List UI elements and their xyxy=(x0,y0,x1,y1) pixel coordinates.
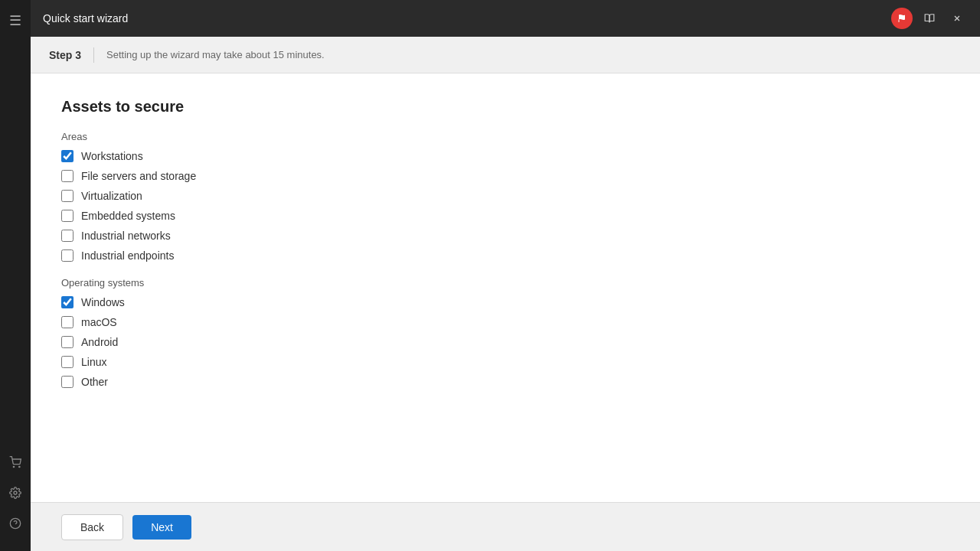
next-button[interactable]: Next xyxy=(132,515,191,540)
label-windows: Windows xyxy=(81,296,125,308)
label-file-servers: File servers and storage xyxy=(81,170,196,182)
checkbox-item-workstations[interactable]: Workstations xyxy=(61,150,949,162)
checkbox-item-linux[interactable]: Linux xyxy=(61,356,949,368)
checkbox-file-servers[interactable] xyxy=(61,170,74,182)
label-embedded-systems: Embedded systems xyxy=(81,210,175,222)
footer: Back Next xyxy=(31,502,980,551)
checkbox-item-virtualization[interactable]: Virtualization xyxy=(61,190,949,202)
checkbox-item-other[interactable]: Other xyxy=(61,376,949,388)
checkbox-industrial-networks[interactable] xyxy=(61,230,74,242)
gear-icon[interactable] xyxy=(6,484,24,502)
label-industrial-endpoints: Industrial endpoints xyxy=(81,249,174,262)
label-industrial-networks: Industrial networks xyxy=(81,230,171,242)
flag-button[interactable] xyxy=(891,8,913,29)
checkbox-industrial-endpoints[interactable] xyxy=(61,249,74,262)
label-linux: Linux xyxy=(81,356,106,368)
checkbox-item-industrial-networks[interactable]: Industrial networks xyxy=(61,230,949,242)
checkbox-item-windows[interactable]: Windows xyxy=(61,296,949,308)
titlebar-title: Quick start wizard xyxy=(43,12,891,24)
os-list: WindowsmacOSAndroidLinuxOther xyxy=(61,296,949,388)
checkbox-item-macos[interactable]: macOS xyxy=(61,316,949,328)
svg-point-0 xyxy=(13,466,14,467)
section-title: Assets to secure xyxy=(61,98,949,116)
label-other: Other xyxy=(81,376,108,388)
areas-list: WorkstationsFile servers and storageVirt… xyxy=(61,150,949,262)
checkbox-workstations[interactable] xyxy=(61,150,74,162)
checkbox-android[interactable] xyxy=(61,336,74,348)
close-button[interactable] xyxy=(946,8,968,29)
titlebar: Quick start wizard xyxy=(31,0,980,37)
step-label: Step 3 xyxy=(49,49,81,61)
stepbar: Step 3 Setting up the wizard may take ab… xyxy=(31,37,980,73)
checkbox-item-android[interactable]: Android xyxy=(61,336,949,348)
label-android: Android xyxy=(81,336,118,348)
step-divider xyxy=(93,47,94,63)
checkbox-linux[interactable] xyxy=(61,356,74,368)
book-button[interactable] xyxy=(919,8,940,29)
label-virtualization: Virtualization xyxy=(81,190,142,202)
svg-point-1 xyxy=(19,466,20,467)
label-workstations: Workstations xyxy=(81,150,143,162)
help-icon[interactable] xyxy=(6,514,24,533)
os-label: Operating systems xyxy=(61,277,949,289)
menu-icon[interactable]: ☰ xyxy=(6,9,24,32)
step-desc: Setting up the wizard may take about 15 … xyxy=(106,49,325,60)
areas-label: Areas xyxy=(61,131,949,142)
checkbox-item-file-servers[interactable]: File servers and storage xyxy=(61,170,949,182)
titlebar-actions xyxy=(891,8,968,29)
back-button[interactable]: Back xyxy=(61,514,123,540)
checkbox-virtualization[interactable] xyxy=(61,190,74,202)
checkbox-item-industrial-endpoints[interactable]: Industrial endpoints xyxy=(61,249,949,262)
checkbox-embedded-systems[interactable] xyxy=(61,210,74,222)
checkbox-macos[interactable] xyxy=(61,316,74,328)
checkbox-item-embedded-systems[interactable]: Embedded systems xyxy=(61,210,949,222)
sidebar: ☰ xyxy=(0,0,31,551)
content: Assets to secure Areas WorkstationsFile … xyxy=(31,73,980,502)
label-macos: macOS xyxy=(81,316,117,328)
checkbox-windows[interactable] xyxy=(61,296,74,308)
checkbox-other[interactable] xyxy=(61,376,74,388)
main-area: Quick start wizard xyxy=(31,0,980,551)
cart-icon[interactable] xyxy=(6,453,24,471)
svg-point-2 xyxy=(14,491,17,494)
